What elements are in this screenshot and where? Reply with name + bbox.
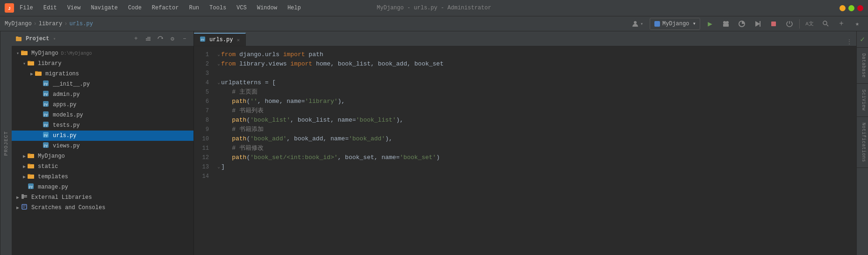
stop-button[interactable] xyxy=(768,18,780,30)
svg-text:py: py xyxy=(201,38,205,41)
tree-item-views[interactable]: ▶ py views.py xyxy=(12,141,194,151)
svg-text:J: J xyxy=(8,7,10,11)
str-book-set: 'book_set/<int:book_id>' xyxy=(250,153,337,162)
menu-refactor[interactable]: Refactor xyxy=(150,4,181,12)
tree-item-mydjango-inner[interactable]: ▶ MyDjango xyxy=(12,151,194,161)
tree-label-ext-libs: External Libraries xyxy=(31,194,92,201)
code-line-14 xyxy=(217,172,856,181)
breadcrumb-library[interactable]: library xyxy=(39,21,62,27)
code-line-1: ⌄ from django.urls import path xyxy=(217,50,856,59)
svg-text:py: py xyxy=(44,102,48,106)
menu-run[interactable]: Run xyxy=(187,4,201,12)
title-bar: J File Edit View Navigate Code Refactor … xyxy=(0,0,868,16)
breadcrumb-mydjango[interactable]: MyDjango xyxy=(5,21,32,27)
arrow-mydjango-inner: ▶ xyxy=(21,153,28,159)
code-line-11: # 书籍修改 xyxy=(217,144,856,153)
tree-item-migrations[interactable]: ▶ migrations xyxy=(12,69,194,79)
arrow-ext-libs: ▶ xyxy=(14,195,21,200)
profile-run-button[interactable] xyxy=(752,18,764,30)
tree-item-init[interactable]: ▶ py __init__.py xyxy=(12,79,194,89)
svg-rect-3 xyxy=(654,21,660,27)
translate-button[interactable]: A文 xyxy=(803,18,816,30)
project-dropdown-icon[interactable]: ▾ xyxy=(53,36,56,42)
svg-point-12 xyxy=(823,21,827,25)
code-line-4: ⌄ urlpatterns = [ xyxy=(217,78,856,87)
param-name-8: name xyxy=(338,116,352,125)
menu-code[interactable]: Code xyxy=(126,4,143,12)
tree-item-library[interactable]: ▾ library xyxy=(12,58,194,69)
tree-content: ▾ MyDjango D:\MyDjango ▾ library ▶ xyxy=(12,46,194,215)
folder-icon-library xyxy=(28,60,34,68)
arrow-mydjango: ▾ xyxy=(14,51,21,56)
tab-urls-py[interactable]: py urls.py ✕ xyxy=(194,33,246,46)
py-icon-views: py xyxy=(43,142,49,150)
str-name-book-list: 'book_list' xyxy=(356,116,396,125)
op-assign: = [ xyxy=(265,78,276,87)
sync-button[interactable] xyxy=(155,34,165,44)
menu-view[interactable]: View xyxy=(65,4,83,12)
menu-file[interactable]: File xyxy=(18,4,35,12)
profile-button[interactable]: ▾ xyxy=(629,18,646,30)
maximize-button[interactable] xyxy=(848,5,854,11)
mod-djangourls: django.urls xyxy=(239,50,280,59)
menu-tools[interactable]: Tools xyxy=(208,4,228,12)
breadcrumb-urls[interactable]: urls.py xyxy=(69,21,93,27)
search-button[interactable] xyxy=(819,18,832,30)
file-tree-header: Project ▾ + ⚙ – xyxy=(12,31,194,46)
close-button[interactable] xyxy=(857,5,863,11)
kw-from-2: from xyxy=(221,59,236,69)
tab-close-urls[interactable]: ✕ xyxy=(237,37,240,43)
menu-window[interactable]: Window xyxy=(255,4,279,12)
str-book-list: 'book_list' xyxy=(250,116,290,125)
tree-item-apps[interactable]: ▶ py apps.py xyxy=(12,100,194,110)
add-button[interactable]: + xyxy=(835,18,847,30)
tree-item-mydjango[interactable]: ▾ MyDjango D:\MyDjango xyxy=(12,48,194,58)
coverage-button[interactable] xyxy=(736,18,748,30)
var-book-list: book_list xyxy=(298,116,330,125)
settings-button[interactable]: ⚙ xyxy=(167,34,178,44)
tree-label-manage: manage.py xyxy=(38,184,68,190)
power-button[interactable] xyxy=(783,18,796,30)
tree-label-static: static xyxy=(38,163,58,170)
new-file-button[interactable]: + xyxy=(131,34,141,44)
svg-rect-16 xyxy=(146,40,151,41)
project-selector[interactable]: MyDjango ▾ xyxy=(650,18,700,30)
tree-item-admin[interactable]: ▶ py admin.py xyxy=(12,89,194,100)
tree-item-tests[interactable]: ▶ py tests.py xyxy=(12,120,194,131)
tree-item-scratches[interactable]: ▶ Scratches and Consoles xyxy=(12,203,194,213)
code-content[interactable]: ⌄ from django.urls import path ⌄ from li… xyxy=(214,46,856,255)
tree-item-static[interactable]: ▶ static xyxy=(12,161,194,172)
hide-button[interactable]: – xyxy=(179,34,190,44)
menu-navigate[interactable]: Navigate xyxy=(89,4,120,12)
tab-sciview[interactable]: SciView xyxy=(857,84,868,117)
tree-item-urls[interactable]: ▶ py urls.py xyxy=(12,131,194,141)
menu-edit[interactable]: Edit xyxy=(42,4,59,12)
svg-rect-43 xyxy=(22,204,27,209)
tree-item-templates[interactable]: ▶ templates xyxy=(12,172,194,182)
nav-bar: MyDjango › library › urls.py ▾ MyDjango … xyxy=(0,16,868,31)
tab-database[interactable]: Database xyxy=(857,48,868,84)
tree-label-urls: urls.py xyxy=(53,132,76,139)
code-line-7: # 书籍列表 xyxy=(217,106,856,116)
debug-button[interactable] xyxy=(720,18,732,30)
mod-libraryviews: library.views xyxy=(239,59,287,69)
svg-point-2 xyxy=(634,21,637,24)
run-button[interactable]: ▶ xyxy=(704,18,716,30)
breadcrumb-sep-1: › xyxy=(34,21,37,27)
svg-rect-15 xyxy=(146,38,151,39)
fold-arrow-4: ⌄ xyxy=(217,78,220,87)
tree-item-models[interactable]: ▶ py models.py xyxy=(12,110,194,120)
folder-icon-templates xyxy=(28,173,34,181)
editor-tabs-more[interactable]: ⋮ xyxy=(842,38,856,46)
tree-item-ext-libs[interactable]: ▶ External Libraries xyxy=(12,192,194,203)
bookmark-button[interactable]: ★ xyxy=(851,18,863,30)
menu-help[interactable]: Help xyxy=(286,4,303,12)
fold-arrow-1: ⌄ xyxy=(217,50,220,59)
collapse-all-button[interactable] xyxy=(143,34,153,44)
file-tree: Project ▾ + ⚙ – ▾ MyDjango xyxy=(12,31,194,255)
tab-icon-urls: py xyxy=(200,36,206,44)
minimize-button[interactable] xyxy=(839,5,846,11)
menu-vcs[interactable]: VCS xyxy=(235,4,249,12)
tab-notifications[interactable]: Notifications xyxy=(857,117,868,168)
tree-item-manage[interactable]: ▶ py manage.py xyxy=(12,182,194,192)
